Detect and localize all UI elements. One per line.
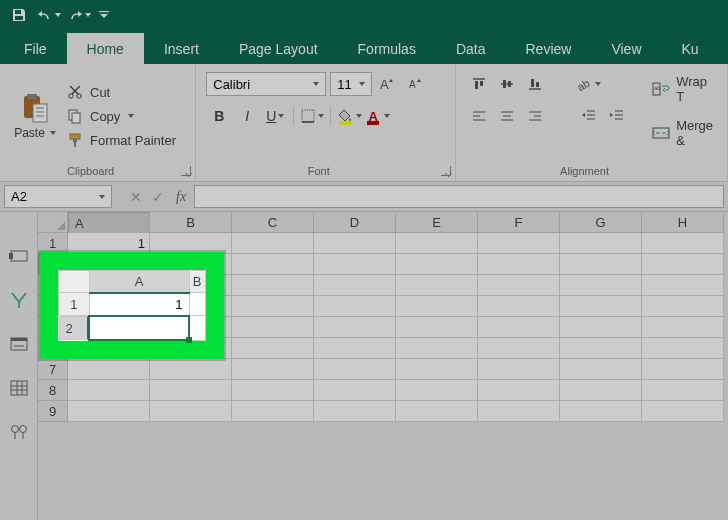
tab-home[interactable]: Home xyxy=(67,33,144,64)
cell-D2[interactable] xyxy=(314,254,396,275)
tab-view[interactable]: View xyxy=(591,33,661,64)
tab-page-layout[interactable]: Page Layout xyxy=(219,33,338,64)
cell-C3[interactable] xyxy=(232,275,314,296)
cell-A7[interactable] xyxy=(68,359,150,380)
cell-D1[interactable] xyxy=(314,233,396,254)
cell-H3[interactable] xyxy=(642,275,724,296)
orientation-button[interactable]: ab xyxy=(576,72,602,96)
tab-data[interactable]: Data xyxy=(436,33,506,64)
tab-review[interactable]: Review xyxy=(506,33,592,64)
cell-H5[interactable] xyxy=(642,317,724,338)
cell-E5[interactable] xyxy=(396,317,478,338)
cell-E6[interactable] xyxy=(396,338,478,359)
cell-F1[interactable] xyxy=(478,233,560,254)
redo-button[interactable] xyxy=(66,2,92,28)
cell-C2[interactable] xyxy=(232,254,314,275)
cell-H2[interactable] xyxy=(642,254,724,275)
cell-D8[interactable] xyxy=(314,380,396,401)
cell-G8[interactable] xyxy=(560,380,642,401)
italic-button[interactable]: I xyxy=(234,104,260,128)
cell-E7[interactable] xyxy=(396,359,478,380)
cell-H4[interactable] xyxy=(642,296,724,317)
cell-C5[interactable] xyxy=(232,317,314,338)
row-header-7[interactable]: 7 xyxy=(38,359,68,380)
underline-button[interactable]: U xyxy=(262,104,288,128)
enter-formula-icon[interactable]: ✓ xyxy=(152,189,164,205)
cell-G2[interactable] xyxy=(560,254,642,275)
cell-F7[interactable] xyxy=(478,359,560,380)
col-header-G[interactable]: G xyxy=(560,212,642,233)
cancel-formula-icon[interactable]: ✕ xyxy=(130,189,142,205)
borders-button[interactable] xyxy=(299,104,325,128)
cell-C6[interactable] xyxy=(232,338,314,359)
cell-C9[interactable] xyxy=(232,401,314,422)
col-header-E[interactable]: E xyxy=(396,212,478,233)
cell-F8[interactable] xyxy=(478,380,560,401)
cell-B7[interactable] xyxy=(150,359,232,380)
cell-C1[interactable] xyxy=(232,233,314,254)
col-header-H[interactable]: H xyxy=(642,212,724,233)
col-header-B[interactable]: B xyxy=(150,212,232,233)
decrease-indent-button[interactable] xyxy=(576,104,602,128)
cell-C7[interactable] xyxy=(232,359,314,380)
wrap-text-button[interactable]: ab Wrap T xyxy=(648,72,717,106)
align-top-button[interactable] xyxy=(466,72,492,96)
cell-F9[interactable] xyxy=(478,401,560,422)
select-all-corner[interactable] xyxy=(38,212,68,233)
save-icon[interactable] xyxy=(6,2,32,28)
font-name-select[interactable]: Calibri xyxy=(206,72,326,96)
side-tool-3-icon[interactable] xyxy=(0,322,37,366)
cell-C8[interactable] xyxy=(232,380,314,401)
fx-label[interactable]: fx xyxy=(176,189,186,205)
cell-E9[interactable] xyxy=(396,401,478,422)
align-middle-button[interactable] xyxy=(494,72,520,96)
font-size-select[interactable]: 11 xyxy=(330,72,372,96)
cell-E1[interactable] xyxy=(396,233,478,254)
tab-file[interactable]: File xyxy=(4,33,67,64)
col-header-F[interactable]: F xyxy=(478,212,560,233)
cell-F5[interactable] xyxy=(478,317,560,338)
col-header-D[interactable]: D xyxy=(314,212,396,233)
format-painter-button[interactable]: Format Painter xyxy=(66,131,176,149)
cell-G1[interactable] xyxy=(560,233,642,254)
side-tool-5-icon[interactable] xyxy=(0,410,37,454)
cell-G7[interactable] xyxy=(560,359,642,380)
cell-F6[interactable] xyxy=(478,338,560,359)
cell-B9[interactable] xyxy=(150,401,232,422)
font-color-button[interactable]: A xyxy=(364,104,390,128)
align-left-button[interactable] xyxy=(466,104,492,128)
cell-B8[interactable] xyxy=(150,380,232,401)
cell-D4[interactable] xyxy=(314,296,396,317)
decrease-font-button[interactable]: A xyxy=(404,72,428,96)
col-header-C[interactable]: C xyxy=(232,212,314,233)
increase-font-button[interactable]: A xyxy=(376,72,400,96)
cell-F2[interactable] xyxy=(478,254,560,275)
row-header-1[interactable]: 1 xyxy=(38,233,68,254)
cell-D9[interactable] xyxy=(314,401,396,422)
cell-E2[interactable] xyxy=(396,254,478,275)
cell-H7[interactable] xyxy=(642,359,724,380)
tab-insert[interactable]: Insert xyxy=(144,33,219,64)
cut-button[interactable]: Cut xyxy=(66,83,176,101)
cell-B1[interactable] xyxy=(150,233,232,254)
cell-G6[interactable] xyxy=(560,338,642,359)
cell-D5[interactable] xyxy=(314,317,396,338)
cell-C4[interactable] xyxy=(232,296,314,317)
cell-E4[interactable] xyxy=(396,296,478,317)
cell-D7[interactable] xyxy=(314,359,396,380)
merge-center-button[interactable]: Merge & xyxy=(648,116,717,150)
cell-A1[interactable]: 1 xyxy=(68,233,150,254)
cell-H1[interactable] xyxy=(642,233,724,254)
row-header-8[interactable]: 8 xyxy=(38,380,68,401)
qat-customize-button[interactable] xyxy=(96,2,112,28)
name-box[interactable]: A2 xyxy=(4,185,112,208)
tab-formulas[interactable]: Formulas xyxy=(338,33,436,64)
fill-color-button[interactable] xyxy=(336,104,362,128)
formula-input[interactable] xyxy=(194,185,724,208)
row-header-9[interactable]: 9 xyxy=(38,401,68,422)
tab-truncated[interactable]: Ku xyxy=(662,33,719,64)
align-bottom-button[interactable] xyxy=(522,72,548,96)
cell-D3[interactable] xyxy=(314,275,396,296)
cell-E8[interactable] xyxy=(396,380,478,401)
side-tool-2-icon[interactable] xyxy=(0,278,37,322)
